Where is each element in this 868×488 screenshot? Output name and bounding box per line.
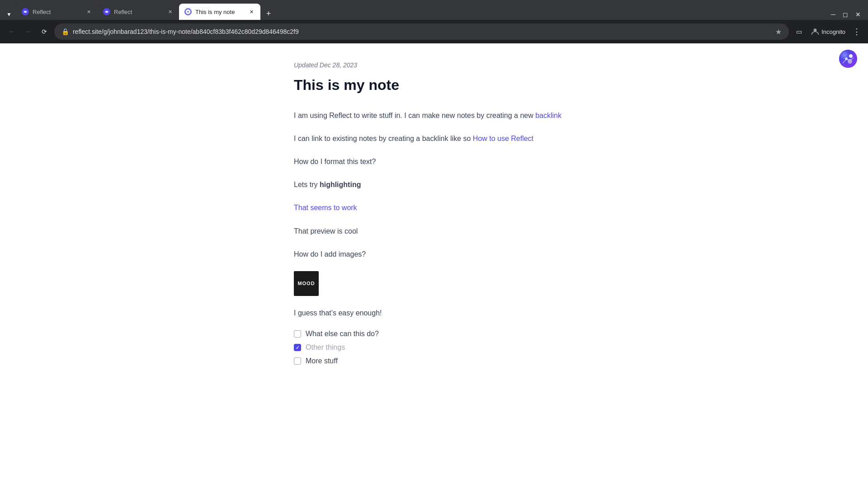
lock-icon: 🔒: [61, 28, 69, 35]
refresh-button[interactable]: ⟳: [38, 25, 51, 38]
paragraph-1-text: I am using Reflect to write stuff in. I …: [294, 112, 535, 119]
browser-tab-1[interactable]: Reflect ✕: [16, 4, 98, 20]
mood-image: MOOD: [294, 271, 319, 296]
split-screen-button[interactable]: ▭: [793, 25, 805, 38]
minimize-button[interactable]: ─: [831, 11, 835, 18]
checkbox-1[interactable]: [294, 330, 301, 338]
mood-label: MOOD: [297, 281, 315, 286]
tab-1-title: Reflect: [33, 9, 81, 15]
paragraph-4-prefix: Lets try: [294, 181, 320, 188]
browser-tab-2[interactable]: Reflect ✕: [98, 4, 179, 20]
checkbox-item-2: Other things: [294, 343, 574, 352]
note-date: Updated Dec 28, 2023: [294, 61, 574, 69]
browser-action-buttons: ▭ Incognito ⋮: [793, 25, 863, 38]
svg-point-3: [814, 28, 817, 32]
note-paragraph-6: That preview is cool: [294, 225, 574, 237]
maximize-button[interactable]: ◻: [843, 11, 848, 18]
backlink-link[interactable]: backlink: [535, 112, 561, 119]
tab-2-close-button[interactable]: ✕: [166, 8, 174, 15]
tab-3-title: This is my note: [195, 9, 244, 15]
address-bar-area: ← → ⟳ 🔒 reflect.site/g/johnbarad123/this…: [0, 20, 868, 43]
paragraph-2-text: I can link to existing notes by creating…: [294, 135, 473, 142]
svg-point-4: [839, 50, 857, 68]
checkbox-3[interactable]: [294, 357, 301, 365]
checkbox-2-label: Other things: [306, 343, 345, 352]
note-paragraph-8: I guess that’s easy enough!: [294, 307, 574, 319]
browser-chrome: ▼ Reflect ✕: [0, 0, 868, 43]
note-paragraph-7: How do I add images?: [294, 248, 574, 260]
new-tab-button[interactable]: +: [262, 7, 275, 20]
checkbox-2[interactable]: [294, 344, 301, 351]
close-window-button[interactable]: ✕: [855, 11, 861, 18]
note-title: This is my note: [294, 76, 574, 95]
tab-1-close-button[interactable]: ✕: [85, 8, 92, 15]
note-paragraph-3: How do I format this text?: [294, 155, 574, 168]
browser-menu-button[interactable]: ⋮: [851, 25, 863, 38]
tab-2-favicon: [103, 8, 110, 15]
incognito-badge: Incognito: [807, 25, 849, 38]
tab-2-title: Reflect: [114, 9, 163, 15]
tabs-container: Reflect ✕ Reflect ✕: [16, 4, 831, 20]
paragraph-4-bold: highlighting: [320, 181, 361, 188]
note-paragraph-2: I can link to existing notes by creating…: [294, 132, 574, 145]
url-text: reflect.site/g/johnbarad123/this-is-my-n…: [73, 28, 772, 35]
tab-3-close-button[interactable]: ✕: [248, 8, 255, 15]
incognito-label: Incognito: [821, 28, 845, 35]
forward-button[interactable]: →: [22, 25, 34, 38]
browser-tab-3[interactable]: This is my note ✕: [179, 4, 260, 20]
address-bar[interactable]: 🔒 reflect.site/g/johnbarad123/this-is-my…: [54, 23, 789, 40]
bookmark-icon[interactable]: ★: [775, 28, 782, 36]
checkbox-3-label: More stuff: [306, 357, 338, 365]
note-paragraph-5: That seems to work: [294, 202, 574, 214]
tab-bar: ▼ Reflect ✕: [0, 0, 868, 20]
tab-scroll-button[interactable]: ▼: [4, 9, 14, 20]
tab-3-favicon: [184, 8, 192, 15]
checkbox-1-label: What else can this do?: [306, 330, 379, 338]
tab-1-favicon: [22, 8, 29, 15]
note-container: Updated Dec 28, 2023 This is my note I a…: [276, 61, 592, 365]
note-paragraph-4: Lets try highlighting: [294, 178, 574, 191]
back-button[interactable]: ←: [5, 25, 18, 38]
svg-point-5: [849, 54, 853, 58]
checkbox-item-3: More stuff: [294, 357, 574, 365]
tab-bar-left: ▼: [0, 9, 16, 20]
window-controls: ─ ◻ ✕: [831, 11, 868, 20]
how-to-use-reflect-link[interactable]: How to use Reflect: [473, 135, 533, 142]
profile-avatar[interactable]: [839, 50, 857, 68]
note-paragraph-1: I am using Reflect to write stuff in. I …: [294, 109, 574, 122]
checkbox-item-1: What else can this do?: [294, 330, 574, 338]
page-content: Updated Dec 28, 2023 This is my note I a…: [0, 43, 868, 450]
